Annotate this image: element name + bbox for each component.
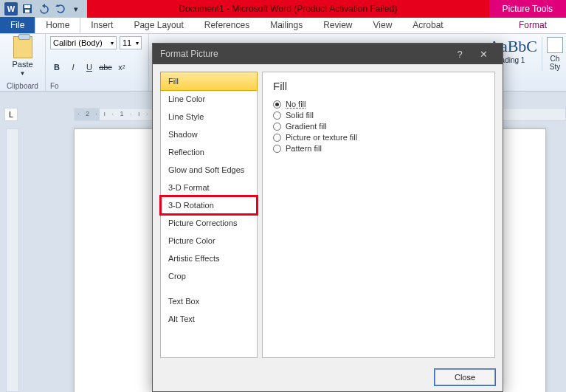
category-text-box[interactable]: Text Box (161, 292, 257, 310)
underline-button[interactable]: U (83, 61, 96, 74)
italic-button[interactable]: I (66, 61, 80, 74)
fill-option-picture-texture[interactable]: Picture or texture fill (273, 133, 484, 142)
category-list: Fill Line Color Line Style Shadow Reflec… (160, 72, 258, 358)
category-3d-rotation[interactable]: 3-D Rotation (161, 196, 257, 214)
qat-customize-icon[interactable]: ▾ (69, 2, 83, 16)
category-glow[interactable]: Glow and Soft Edges (161, 161, 257, 179)
clipboard-group-label: Clipboard (4, 81, 41, 91)
fill-pane: Fill No fill Solid fill Gradient fill Pi… (262, 72, 495, 358)
window-title: Document1 - Microsoft Word (Product Acti… (87, 4, 489, 14)
radio-icon (273, 111, 281, 120)
fill-option-pattern[interactable]: Pattern fill (273, 144, 484, 153)
category-fill[interactable]: Fill (160, 72, 258, 91)
category-3d-format[interactable]: 3-D Format (161, 179, 257, 196)
change-styles-icon (547, 37, 563, 53)
tab-page-layout[interactable]: Page Layout (123, 17, 193, 33)
redo-icon[interactable] (53, 2, 66, 16)
bold-button[interactable]: B (50, 61, 63, 74)
dialog-title: Format Picture (160, 49, 218, 59)
category-reflection[interactable]: Reflection (161, 143, 257, 161)
tab-mailings[interactable]: Mailings (260, 17, 313, 33)
tab-home[interactable]: Home (35, 17, 80, 33)
font-size-select[interactable]: 11▾ (120, 36, 142, 49)
category-line-style[interactable]: Line Style (161, 108, 257, 125)
close-x-button[interactable]: ✕ (472, 49, 495, 60)
category-picture-color[interactable]: Picture Color (161, 232, 257, 250)
font-group-label: Fo (50, 81, 144, 91)
category-crop[interactable]: Crop (161, 267, 257, 285)
radio-icon (273, 134, 281, 142)
paste-label: Paste (12, 60, 32, 69)
category-artistic-effects[interactable]: Artistic Effects (161, 250, 257, 267)
help-button[interactable]: ? (448, 49, 472, 60)
font-family-select[interactable]: Calibri (Body)▾ (50, 36, 117, 49)
tab-references[interactable]: References (194, 17, 260, 33)
tab-format[interactable]: Format (508, 17, 557, 33)
format-picture-dialog: Format Picture ? ✕ Fill Line Color Line … (152, 43, 503, 392)
category-picture-corrections[interactable]: Picture Corrections (161, 214, 257, 232)
ribbon-tabs: File Home Insert Page Layout References … (0, 18, 566, 34)
fill-pane-title: Fill (273, 80, 484, 92)
save-icon[interactable] (21, 2, 34, 16)
tab-view[interactable]: View (363, 17, 403, 33)
category-line-color[interactable]: Line Color (161, 90, 257, 108)
quick-access-toolbar: W ▾ (0, 0, 87, 18)
word-app-icon: W (4, 2, 18, 16)
radio-icon (273, 123, 281, 131)
change-styles-button[interactable]: Ch Sty (542, 37, 563, 71)
close-button[interactable]: Close (435, 369, 495, 385)
tab-acrobat[interactable]: Acrobat (402, 17, 453, 33)
vertical-ruler[interactable] (6, 128, 19, 392)
paste-dropdown-icon[interactable]: ▼ (20, 70, 26, 77)
fill-option-solid[interactable]: Solid fill (273, 111, 484, 120)
paste-button[interactable]: Paste ▼ (4, 36, 41, 77)
clipboard-group: Paste ▼ Clipboard (0, 34, 46, 91)
svg-rect-2 (25, 10, 30, 13)
radio-icon (273, 145, 281, 153)
category-shadow[interactable]: Shadow (161, 125, 257, 143)
svg-rect-1 (24, 5, 30, 8)
picture-tools-tab-header: Picture Tools (489, 0, 566, 18)
clipboard-icon (13, 36, 32, 58)
fill-option-no-fill[interactable]: No fill (273, 100, 484, 109)
radio-icon (273, 100, 281, 109)
category-alt-text[interactable]: Alt Text (161, 310, 257, 328)
strike-button[interactable]: abc (99, 61, 112, 74)
dialog-title-bar[interactable]: Format Picture ? ✕ (153, 44, 503, 64)
tab-review[interactable]: Review (313, 17, 362, 33)
tab-file[interactable]: File (0, 17, 35, 33)
font-group: Calibri (Body)▾ 11▾ B I U abc x2 Fo (46, 34, 149, 91)
fill-option-gradient[interactable]: Gradient fill (273, 122, 484, 131)
tab-stop-selector[interactable]: L (4, 108, 18, 121)
title-bar: W ▾ Document1 - Microsoft Word (Product … (0, 0, 566, 18)
subscript-button[interactable]: x2 (115, 61, 128, 74)
tab-insert[interactable]: Insert (80, 17, 123, 33)
undo-icon[interactable] (37, 2, 50, 16)
